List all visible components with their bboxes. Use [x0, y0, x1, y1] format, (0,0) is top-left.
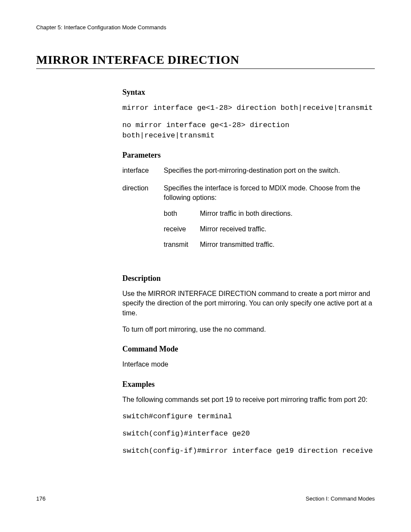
- section-label: Section I: Command Modes: [306, 495, 375, 502]
- examples-heading: Examples: [122, 380, 375, 389]
- command-mode-heading: Command Mode: [122, 345, 375, 354]
- option-desc: Mirror traffic in both directions.: [200, 209, 293, 224]
- param-desc: Specifies the port-mirroring-destination…: [164, 166, 375, 183]
- description-para-1: Use the MIRROR INTERFACE DIRECTION comma…: [122, 289, 375, 318]
- option-row-both: both Mirror traffic in both directions.: [164, 209, 293, 224]
- option-name: transmit: [164, 240, 200, 255]
- description-para-2: To turn off port mirroring, use the no c…: [122, 325, 375, 334]
- param-row-interface: interface Specifies the port-mirroring-d…: [122, 166, 375, 183]
- description-heading: Description: [122, 274, 375, 283]
- page-footer: 176 Section I: Command Modes: [36, 495, 375, 502]
- option-name: both: [164, 209, 200, 224]
- page-number: 176: [36, 495, 46, 502]
- example-cmd-1: switch#configure terminal: [122, 411, 375, 422]
- param-row-direction: direction Specifies the interface is for…: [122, 184, 375, 264]
- param-name: interface: [122, 166, 164, 183]
- page-title: MIRROR INTERFACE DIRECTION: [36, 53, 375, 69]
- syntax-line-2: no mirror interface ge<1-28> direction b…: [122, 120, 375, 141]
- param-name: direction: [122, 184, 164, 264]
- example-cmd-2: switch(config)#interface ge20: [122, 429, 375, 439]
- example-cmd-3: switch(config-if)#mirror interface ge19 …: [122, 446, 375, 456]
- option-name: receive: [164, 224, 200, 240]
- syntax-line-1: mirror interface ge<1-28> direction both…: [122, 103, 375, 113]
- option-row-transmit: transmit Mirror transmitted traffic.: [164, 240, 293, 255]
- chapter-header: Chapter 5: Interface Configuration Mode …: [36, 24, 375, 31]
- option-row-receive: receive Mirror received traffic.: [164, 224, 293, 240]
- parameters-table: interface Specifies the port-mirroring-d…: [122, 166, 375, 263]
- param-desc: Specifies the interface is forced to MDI…: [164, 184, 375, 264]
- option-desc: Mirror received traffic.: [200, 224, 293, 240]
- option-desc: Mirror transmitted traffic.: [200, 240, 293, 255]
- examples-intro: The following commands set port 19 to re…: [122, 395, 375, 404]
- syntax-heading: Syntax: [122, 88, 375, 97]
- param-desc-text: Specifies the interface is forced to MDI…: [164, 184, 360, 201]
- command-mode-text: Interface mode: [122, 360, 375, 369]
- page-content: Syntax mirror interface ge<1-28> directi…: [122, 88, 375, 456]
- parameters-heading: Parameters: [122, 151, 375, 160]
- options-table: both Mirror traffic in both directions. …: [164, 209, 293, 256]
